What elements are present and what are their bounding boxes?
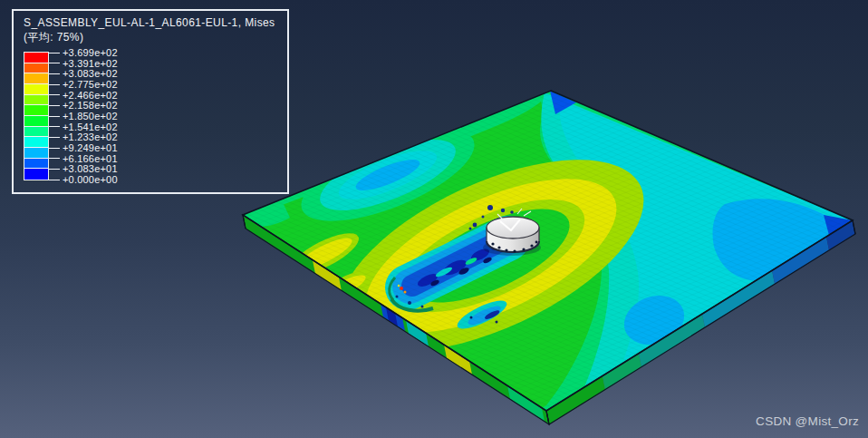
legend-color-swatch bbox=[24, 116, 48, 127]
legend-tick bbox=[48, 126, 60, 127]
legend-color-swatch bbox=[24, 169, 48, 180]
legend-tick-row: +3.083e+01 bbox=[48, 163, 118, 174]
watermark: CSDN @Mist_Orz bbox=[756, 414, 859, 428]
legend-tick-row: +1.233e+02 bbox=[48, 131, 118, 142]
legend-color-swatch bbox=[24, 148, 48, 159]
legend-color-swatch bbox=[24, 73, 48, 84]
legend-tick bbox=[48, 180, 60, 180]
legend-value-label: +2.466e+02 bbox=[63, 90, 118, 101]
legend-tick-row: +9.249e+01 bbox=[48, 142, 118, 153]
legend-title: S_ASSEMBLY_EUL-AL-1_AL6061-EUL-1, Mises bbox=[24, 16, 275, 29]
legend-value-label: +3.083e+01 bbox=[63, 163, 118, 174]
stress-legend: S_ASSEMBLY_EUL-AL-1_AL6061-EUL-1, Mises … bbox=[12, 9, 289, 194]
legend-tick bbox=[48, 169, 60, 170]
legend-value-label: +0.000e+00 bbox=[63, 174, 118, 185]
legend-value-label: +3.391e+02 bbox=[63, 58, 118, 69]
legend-color-swatch bbox=[24, 95, 48, 106]
legend-averaging: (平均: 75%) bbox=[24, 30, 83, 45]
legend-tick-row: +2.466e+02 bbox=[48, 90, 118, 101]
legend-tick bbox=[48, 63, 60, 63]
legend-color-swatch bbox=[24, 53, 48, 63]
legend-tick-row: +3.083e+02 bbox=[48, 68, 118, 79]
legend-tick-row: +1.850e+02 bbox=[48, 111, 118, 122]
legend-value-label: +6.166e+01 bbox=[63, 153, 118, 164]
plate-top-contours bbox=[227, 77, 868, 431]
legend-color-swatch bbox=[24, 84, 48, 95]
legend-tick bbox=[48, 158, 60, 159]
legend-value-label: +1.233e+02 bbox=[63, 131, 118, 142]
legend-tick-row: +2.775e+02 bbox=[48, 79, 118, 90]
legend-color-swatch bbox=[24, 105, 48, 116]
legend-tick-row: +0.000e+00 bbox=[48, 174, 118, 185]
legend-tick bbox=[48, 94, 60, 95]
legend-tick bbox=[48, 84, 60, 85]
legend-color-swatch bbox=[24, 127, 48, 138]
legend-tick bbox=[48, 53, 60, 54]
legend-value-label: +1.541e+02 bbox=[63, 122, 118, 132]
legend-color-swatch bbox=[24, 137, 48, 148]
legend-tick-row: +2.158e+02 bbox=[48, 100, 118, 111]
legend-value-label: +2.775e+02 bbox=[63, 79, 118, 90]
legend-tick-row: +1.541e+02 bbox=[48, 122, 118, 132]
legend-value-label: +3.699e+02 bbox=[63, 47, 118, 58]
legend-tick bbox=[48, 148, 60, 149]
legend-tick bbox=[48, 116, 60, 117]
legend-value-label: +1.850e+02 bbox=[63, 111, 118, 122]
legend-value-label: +3.083e+02 bbox=[63, 68, 118, 79]
legend-tick-row: +3.391e+02 bbox=[48, 58, 118, 69]
legend-color-swatch bbox=[24, 159, 48, 170]
legend-tick-row: +6.166e+01 bbox=[48, 153, 118, 164]
legend-value-label: +2.158e+02 bbox=[63, 100, 118, 111]
legend-color-swatch bbox=[24, 63, 48, 74]
legend-tick bbox=[48, 137, 60, 138]
legend-tick bbox=[48, 73, 60, 74]
legend-tick bbox=[48, 105, 60, 106]
abaqus-viewport: S_ASSEMBLY_EUL-AL-1_AL6061-EUL-1, Mises … bbox=[0, 0, 868, 438]
legend-value-label: +9.249e+01 bbox=[63, 142, 118, 153]
legend-tick-row: +3.699e+02 bbox=[48, 47, 118, 58]
